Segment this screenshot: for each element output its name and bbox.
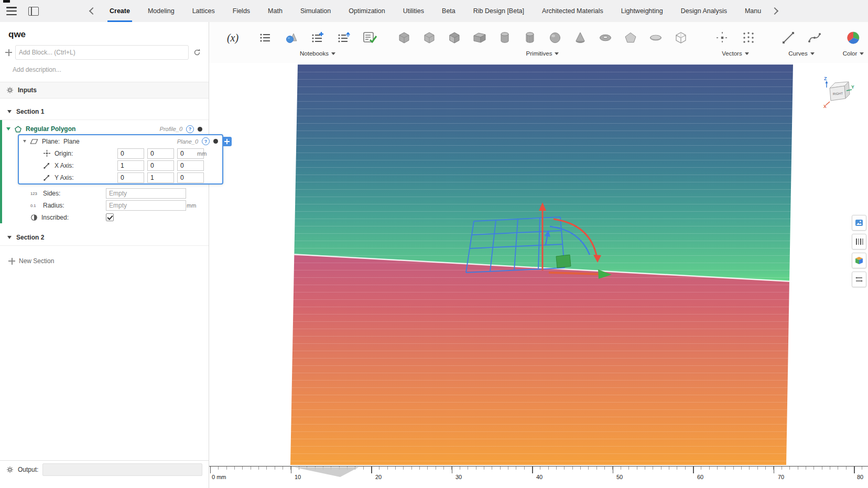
measure-button[interactable]: [852, 272, 866, 287]
sphere-cone-icon: [285, 31, 298, 45]
notebook-shapes-button[interactable]: [278, 26, 305, 49]
point-button[interactable]: [709, 26, 735, 49]
cylinder-button[interactable]: [492, 26, 517, 49]
inscribed-row: Inscribed:: [0, 211, 209, 223]
section-1-header[interactable]: Section 1: [0, 104, 209, 120]
help-icon[interactable]: ?: [202, 137, 210, 145]
curves-group: Curves: [775, 22, 828, 57]
render-mode-button[interactable]: [852, 215, 866, 231]
origin-y-input[interactable]: [147, 148, 174, 159]
tab-math[interactable]: Math: [259, 0, 291, 22]
wireframe-box-button[interactable]: [668, 26, 693, 49]
disc-button[interactable]: [643, 26, 668, 49]
point-grid-button[interactable]: [735, 26, 762, 49]
color-label: Color: [843, 50, 857, 57]
tab-design-analysis[interactable]: Design Analysis: [672, 0, 736, 22]
visibility-toggle-icon[interactable]: [213, 139, 218, 144]
inscribed-checkbox[interactable]: [106, 213, 114, 221]
hamburger-menu-icon[interactable]: [6, 7, 17, 15]
profile-icon: [14, 125, 22, 133]
visibility-toggle-icon[interactable]: [198, 127, 202, 132]
tab-lightweighting[interactable]: Lightweighting: [612, 0, 672, 22]
add-list-button[interactable]: [305, 26, 331, 49]
description-placeholder[interactable]: Add description...: [13, 66, 209, 73]
sidebar-toggle-icon[interactable]: [28, 7, 39, 16]
rounded-box-icon: [421, 30, 437, 45]
sphere-button[interactable]: [542, 26, 568, 49]
tab-simulation[interactable]: Simulation: [291, 0, 340, 22]
gradient-plane-geometry[interactable]: [290, 64, 793, 465]
cone-icon: [572, 30, 588, 45]
tab-manufacturing[interactable]: Manu: [736, 0, 770, 22]
tab-rib-design[interactable]: Rib Design [Beta]: [464, 0, 533, 22]
sides-input[interactable]: [106, 188, 186, 199]
notebooks-group: Notebooks: [252, 22, 383, 57]
box-from-faces-button[interactable]: [442, 26, 467, 49]
top-menu-bar: Create Modeling Lattices Fields Math Sim…: [0, 0, 868, 23]
vectors-dropdown[interactable]: Vectors: [722, 50, 748, 57]
tab-create[interactable]: Create: [101, 0, 139, 22]
cone-button[interactable]: [568, 26, 593, 49]
validate-notebook-button[interactable]: [357, 26, 383, 49]
tab-utilities[interactable]: Utilities: [394, 0, 433, 22]
color-dropdown[interactable]: Color: [843, 50, 864, 57]
tab-architected-materials[interactable]: Architected Materials: [533, 0, 612, 22]
torus-button[interactable]: [593, 26, 618, 49]
plane-collapse-icon: [23, 140, 26, 143]
tabs-scroll-left-icon[interactable]: [89, 7, 96, 15]
point-crosshair-icon: [715, 31, 729, 45]
box-button[interactable]: [392, 26, 417, 49]
notebooks-dropdown[interactable]: Notebooks: [300, 50, 335, 57]
list-button[interactable]: [252, 26, 278, 49]
plane-value: Plane: [63, 138, 80, 145]
svg-text:0.1: 0.1: [30, 203, 36, 208]
section-2-header[interactable]: Section 2: [0, 230, 209, 246]
plane-row[interactable]: Plane: Plane Plane_0 ?: [19, 135, 222, 147]
inputs-section-header[interactable]: Inputs: [0, 82, 209, 99]
material-view-button[interactable]: [852, 253, 866, 268]
3d-viewport[interactable]: Z RIGHT Y X: [209, 63, 868, 488]
line-button[interactable]: [775, 26, 801, 49]
y-axis-x-input[interactable]: [117, 172, 144, 183]
output-bar: Output:: [0, 460, 209, 479]
tab-fields[interactable]: Fields: [224, 0, 259, 22]
tab-lattices[interactable]: Lattices: [183, 0, 224, 22]
y-axis-y-input[interactable]: [147, 172, 174, 183]
output-field[interactable]: [42, 463, 202, 476]
color-button[interactable]: [840, 26, 866, 49]
tabs-scroll-right-icon[interactable]: [771, 7, 778, 15]
box-icon: [396, 30, 412, 45]
dimension-icon: [854, 275, 864, 284]
add-block-input[interactable]: [15, 45, 189, 60]
plane-badge: Plane_0: [177, 138, 198, 145]
ruler-label-70: 70: [778, 474, 784, 480]
x-axis-y-input[interactable]: [147, 160, 174, 171]
polygon-button[interactable]: [618, 26, 643, 49]
radius-input[interactable]: [106, 200, 186, 211]
spline-button[interactable]: [801, 26, 828, 49]
view-cube[interactable]: Z RIGHT Y X: [822, 74, 855, 109]
x-axis-z-input[interactable]: [177, 160, 204, 171]
curves-dropdown[interactable]: Curves: [788, 50, 814, 57]
origin-x-input[interactable]: [117, 148, 144, 159]
ribbed-cylinder-button[interactable]: [517, 26, 542, 49]
x-axis-x-input[interactable]: [117, 160, 144, 171]
tab-modeling[interactable]: Modeling: [139, 0, 183, 22]
help-icon[interactable]: ?: [186, 125, 194, 133]
section-view-button[interactable]: [852, 234, 866, 250]
chevron-down-icon: [331, 52, 335, 55]
pentagon-icon: [623, 30, 638, 45]
rounded-box-button[interactable]: [417, 26, 442, 49]
reorder-list-button[interactable]: [331, 26, 357, 49]
y-axis-z-input[interactable]: [177, 172, 204, 183]
new-section-button[interactable]: New Section: [8, 257, 209, 265]
tab-beta[interactable]: Beta: [433, 0, 464, 22]
primitives-dropdown[interactable]: Primitives: [526, 50, 559, 57]
add-plane-button[interactable]: [222, 137, 232, 146]
ruler-label-60: 60: [697, 474, 703, 480]
tab-optimization[interactable]: Optimization: [340, 0, 394, 22]
sheared-box-button[interactable]: [467, 26, 492, 49]
refresh-icon[interactable]: [192, 47, 202, 58]
axis-x-label: X: [823, 104, 827, 109]
function-block-button[interactable]: (x): [220, 26, 246, 49]
